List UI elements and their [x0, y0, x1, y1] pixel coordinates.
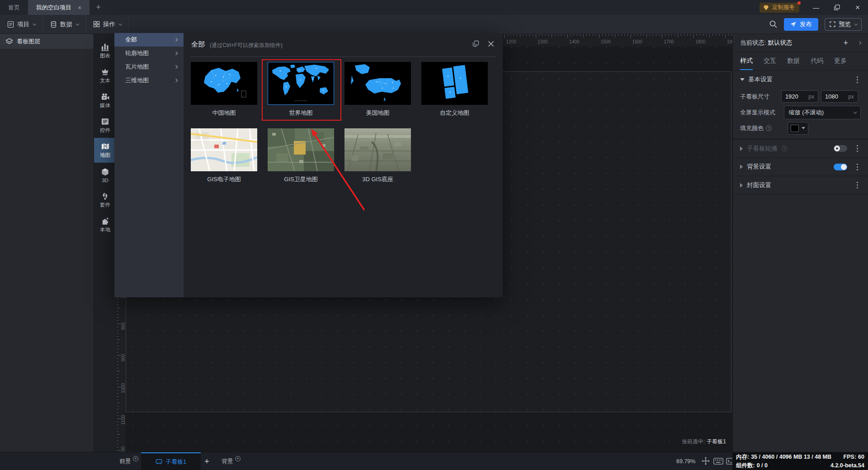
basic-settings-header[interactable]: 基本设置 — [733, 70, 868, 89]
ruler-tick — [117, 305, 118, 305]
category-tile-maps[interactable]: 瓦片地图 — [114, 60, 184, 74]
rail-item-widgets[interactable]: 控件 — [94, 113, 116, 138]
close-tab-icon[interactable]: × — [78, 4, 81, 11]
settings-panel: 当前状态: 默认状态 + 样式 交互 数据 代码 更多 基本设置 子看板尺寸 1… — [732, 34, 868, 452]
tab-project[interactable]: 我的空白项目 × — [28, 0, 90, 15]
category-all[interactable]: 全部 — [114, 33, 184, 47]
video-camera-icon — [101, 93, 110, 101]
restore-icon — [834, 5, 840, 10]
ruler-label: 1200 — [506, 39, 516, 44]
add-foreground-icon[interactable] — [133, 456, 138, 461]
rail-item-local[interactable]: 本地 — [94, 212, 116, 237]
chevron-right-icon[interactable] — [858, 41, 861, 45]
zoom-level[interactable]: 69.79% — [676, 452, 695, 470]
tile-3d-gis-base[interactable]: 3D GIS底座 — [344, 128, 411, 183]
notification-dot — [797, 1, 801, 5]
ruler-tick — [117, 428, 118, 428]
tile-label: 美国地图 — [344, 109, 411, 117]
ruler-tick — [117, 434, 120, 435]
fill-color-picker[interactable] — [788, 122, 808, 135]
current-selection-value: 子看板1 — [707, 438, 726, 445]
restore-modal-icon[interactable] — [472, 40, 479, 48]
rail-item-media[interactable]: 媒体 — [94, 88, 116, 113]
menu-operations[interactable]: 操作 — [86, 15, 129, 33]
fullscreen-mode-value: 缩放 (不滚动) — [789, 108, 824, 117]
cover-section[interactable]: 封面设置 — [733, 176, 868, 194]
search-icon[interactable] — [769, 20, 778, 28]
layers-panel: 看板图层 — [0, 34, 94, 452]
ruler-tick — [117, 346, 118, 346]
tab-interaction[interactable]: 交互 — [764, 52, 776, 70]
carousel-section[interactable]: 子看板轮播 — [733, 139, 868, 157]
kebab-menu-icon[interactable] — [857, 148, 858, 149]
category-label: 轮廓地图 — [125, 49, 149, 57]
width-input[interactable]: 1920 px — [781, 90, 818, 103]
background-button[interactable]: 背景 — [222, 452, 241, 470]
minimize-button[interactable]: — — [806, 0, 826, 15]
add-subdashboard-button[interactable]: + — [204, 452, 209, 470]
rail-item-3d[interactable]: 3D — [94, 163, 116, 188]
ruler-label: 1700 — [664, 39, 674, 44]
ruler-tick — [520, 34, 520, 37]
caret-right-icon — [740, 183, 743, 188]
rail-item-text[interactable]: 文本 — [94, 63, 116, 88]
modal-divider — [190, 56, 495, 57]
category-3d-maps[interactable]: 三维地图 — [114, 74, 184, 87]
add-background-icon[interactable] — [235, 456, 241, 461]
category-label: 三维地图 — [125, 76, 149, 85]
tile-gis-street-map[interactable]: GIS电子地图 — [191, 128, 257, 183]
tab-more[interactable]: 更多 — [834, 52, 847, 70]
titlebar-right: 定制服务 — × — [760, 0, 868, 15]
thumb-usa-map — [344, 62, 411, 105]
foreground-button[interactable]: 前景 — [119, 452, 138, 470]
rail-item-charts[interactable]: 图表 — [94, 38, 116, 63]
category-outline-maps[interactable]: 轮廓地图 — [114, 47, 184, 60]
ruler-tick — [117, 333, 118, 334]
rail-item-label: 本地 — [100, 226, 110, 233]
close-modal-icon[interactable] — [487, 39, 495, 50]
tab-style[interactable]: 样式 — [740, 52, 753, 70]
rail-item-kits[interactable]: 套件 — [94, 188, 116, 212]
chevron-right-icon — [174, 79, 178, 82]
background-toggle[interactable] — [834, 164, 847, 170]
tile-china-map[interactable]: 中国地图 — [191, 62, 257, 117]
ruler-tick — [117, 396, 118, 397]
tab-data[interactable]: 数据 — [787, 52, 800, 70]
custom-service-badge[interactable]: 定制服务 — [760, 3, 799, 13]
tile-usa-map[interactable]: 美国地图 — [344, 62, 411, 117]
new-tab-button[interactable]: + — [90, 0, 107, 15]
restore-button[interactable] — [826, 0, 847, 15]
subdashboard-tab[interactable]: 子看板1 — [141, 452, 201, 470]
background-section[interactable]: 背景设置 — [733, 157, 868, 176]
ruler-tick — [117, 343, 118, 343]
close-window-button[interactable]: × — [847, 0, 868, 15]
background-label: 背景 — [222, 457, 233, 465]
keyboard-icon[interactable] — [713, 458, 723, 466]
fullscreen-mode-select[interactable]: 缩放 (不滚动) — [784, 106, 861, 119]
help-icon[interactable] — [766, 125, 772, 131]
category-list: 全部 轮廓地图 瓦片地图 三维地图 — [114, 33, 184, 297]
kebab-menu-icon[interactable] — [857, 166, 858, 168]
tab-code[interactable]: 代码 — [811, 52, 823, 70]
tab-home[interactable]: 首页 — [0, 0, 28, 15]
kebab-menu-icon[interactable] — [857, 184, 858, 186]
add-state-button[interactable]: + — [843, 38, 848, 48]
publish-button[interactable]: 发布 — [784, 18, 818, 31]
ruler-tick — [602, 34, 603, 36]
ruler-label: 1500 — [601, 39, 611, 44]
kebab-menu-icon[interactable] — [857, 79, 858, 80]
ruler-tick — [719, 34, 719, 36]
rail-item-maps[interactable]: 地图 — [94, 138, 116, 163]
height-input[interactable]: 1080 px — [821, 90, 858, 103]
menu-data[interactable]: 数据 — [43, 15, 86, 33]
toggle-knob — [841, 164, 847, 170]
fit-screen-icon[interactable] — [702, 457, 710, 466]
carousel-toggle[interactable] — [834, 145, 847, 152]
tile-custom-map[interactable]: 自定义地图 — [421, 62, 488, 117]
component-picker-modal: 全部 轮廓地图 瓦片地图 三维地图 全部 (通过Ctrl+F可以搜索添加组件) — [114, 33, 503, 297]
preview-button[interactable]: 预览 — [825, 18, 862, 31]
ruler-tick — [505, 34, 505, 38]
help-icon[interactable] — [782, 146, 788, 151]
tile-gis-satellite-map[interactable]: GIS卫星地图 — [268, 128, 334, 183]
menu-project[interactable]: 项目 — [0, 15, 43, 33]
